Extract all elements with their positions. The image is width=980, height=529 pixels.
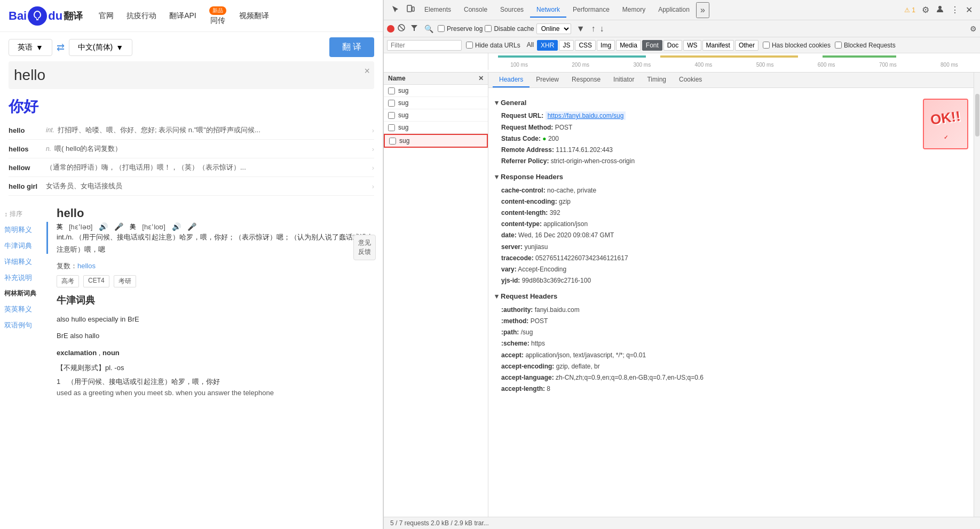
has-blocked-label[interactable]: Has blocked cookies [763, 42, 831, 49]
nav-guanwang[interactable]: 官网 [99, 11, 114, 21]
req-item-2[interactable]: sug [384, 97, 488, 109]
more-tabs-btn[interactable]: » [696, 2, 709, 18]
filter-doc-btn[interactable]: Doc [663, 40, 682, 51]
us-sound-icon[interactable]: 🔊 [172, 222, 181, 231]
detail-tab-preview[interactable]: Preview [529, 73, 565, 87]
sidebar-xiangxi[interactable]: 详细释义 [0, 254, 48, 270]
sidebar-jiaming[interactable]: 简明释义 [0, 222, 48, 238]
detail-tab-timing[interactable]: Timing [641, 73, 673, 87]
has-blocked-checkbox[interactable] [763, 42, 770, 49]
tab-performance[interactable]: Performance [566, 3, 616, 18]
throttle-select[interactable]: Online [536, 23, 571, 34]
target-lang-btn[interactable]: 中文(简体) ▼ [69, 39, 132, 56]
response-headers-title[interactable]: Response Headers [495, 171, 967, 183]
detail-tab-cookies[interactable]: Cookies [673, 73, 708, 87]
req-item-3[interactable]: sug [384, 109, 488, 122]
record-btn[interactable] [387, 25, 394, 33]
en-mic-icon[interactable]: 🎤 [114, 222, 123, 231]
swap-lang-btn[interactable]: ⇄ [57, 42, 65, 53]
export-har-btn[interactable]: ↓ [599, 23, 605, 35]
req-checkbox-5[interactable] [389, 138, 396, 145]
request-url-value[interactable]: https://fanyi.baidu.com/sug [546, 111, 626, 120]
sidebar-kelins[interactable]: 柯林斯词典 [0, 286, 48, 301]
reqh-accept-key: accept: [501, 351, 524, 359]
filter-input[interactable] [387, 40, 462, 51]
detail-tab-initiator[interactable]: Initiator [607, 73, 641, 87]
disable-cache-label[interactable]: Disable cache [485, 25, 534, 33]
throttle-down-arrow[interactable]: ▼ [573, 22, 588, 36]
tab-console[interactable]: Console [457, 3, 494, 18]
tab-memory[interactable]: Memory [616, 3, 652, 18]
filter-manifest-btn[interactable]: Manifest [702, 40, 734, 51]
general-section-title[interactable]: General [495, 97, 967, 109]
filter-img-btn[interactable]: Img [597, 40, 615, 51]
req-checkbox-1[interactable] [388, 87, 395, 94]
sidebar-buchong[interactable]: 补充说明 [0, 270, 48, 286]
hide-data-urls-checkbox[interactable] [466, 42, 473, 49]
translate-button[interactable]: 翻 译 [329, 37, 374, 57]
filter-font-btn[interactable]: Font [642, 40, 662, 51]
filter-js-btn[interactable]: JS [559, 40, 574, 51]
import-har-btn[interactable]: ↑ [590, 23, 597, 35]
sort-item[interactable]: ↕ 排序 [0, 206, 48, 222]
oxford-noun-strong: noun [102, 349, 120, 357]
dict-entry-hellos[interactable]: hellos n. 喂( hello的名词复数） › [9, 140, 374, 158]
filter-css-btn[interactable]: CSS [575, 40, 596, 51]
reqh-accept-language-val: zh-CN,zh;q=0.9,en;q=0.8,en-GB;q=0.7,en-U… [556, 374, 704, 381]
sidebar-niujin1[interactable]: 牛津词典 [0, 238, 48, 254]
req-checkbox-4[interactable] [388, 124, 395, 131]
filter-other-btn[interactable]: Other [735, 40, 758, 51]
filter-ws-btn[interactable]: WS [683, 40, 701, 51]
nav-video[interactable]: 视频翻译 [239, 11, 269, 21]
feedback-section: 意见反馈 [353, 235, 376, 260]
more-options-btn[interactable]: ⋮ [947, 3, 962, 17]
us-mic-icon[interactable]: 🎤 [187, 222, 196, 231]
device-toggle-btn[interactable] [403, 3, 418, 18]
filter-toggle-btn[interactable] [408, 23, 420, 34]
nav-api[interactable]: 翻译API [169, 11, 196, 21]
sidebar-yingying[interactable]: 英英释义 [0, 301, 48, 317]
en-sound-icon[interactable]: 🔊 [99, 222, 108, 231]
sidebar-shuangyu[interactable]: 双语例句 [0, 317, 48, 333]
settings-btn[interactable]: ⚙ [919, 3, 932, 17]
tab-application[interactable]: Application [652, 3, 696, 18]
cursor-tool-btn[interactable] [388, 3, 403, 18]
preserve-log-checkbox[interactable] [438, 25, 445, 32]
hide-data-urls-label[interactable]: Hide data URLs [466, 42, 520, 49]
search-network-btn[interactable]: 🔍 [422, 23, 436, 34]
plural-link[interactable]: hellos [77, 262, 96, 270]
req-checkbox-2[interactable] [388, 100, 395, 107]
req-item-4[interactable]: sug [384, 122, 488, 134]
sort-label: 排序 [10, 210, 22, 219]
nav-tongchuan[interactable]: 同传 [210, 16, 225, 26]
dict-entry-hello[interactable]: hello int. 打招呼、哈喽、喂、你好、您好; 表示问候 n."喂"的招呼… [9, 121, 374, 140]
req-item-5-selected[interactable]: sug [384, 134, 488, 148]
filter-media-btn[interactable]: Media [616, 40, 641, 51]
request-headers-title[interactable]: Request Headers [495, 290, 967, 302]
blocked-requests-label[interactable]: Blocked Requests [835, 42, 896, 49]
scrollbar-thumb[interactable] [975, 94, 979, 137]
nav-kangyi[interactable]: 抗疫行动 [127, 11, 156, 21]
req-item-1[interactable]: sug [384, 85, 488, 97]
profile-btn[interactable] [932, 3, 947, 18]
detail-tab-headers[interactable]: Headers [493, 73, 529, 87]
tab-elements[interactable]: Elements [418, 3, 457, 18]
close-detail-btn[interactable]: ✕ [478, 75, 484, 82]
close-devtools-btn[interactable]: ✕ [962, 3, 976, 17]
dict-entry-hellow[interactable]: hellow （通常的招呼语）嗨，（打电话用）喂！，（英）（表示惊讶）... › [9, 158, 374, 177]
tab-network[interactable]: Network [530, 3, 566, 18]
reqh-accept: accept: application/json, text/javascrip… [501, 350, 967, 360]
source-lang-btn[interactable]: 英语 ▼ [9, 39, 52, 56]
network-settings-btn[interactable]: ⚙ [970, 25, 977, 33]
tab-sources[interactable]: Sources [494, 3, 530, 18]
clear-log-btn[interactable] [397, 23, 406, 34]
feedback-btn[interactable]: 意见反馈 [353, 235, 376, 260]
filter-xhr-btn[interactable]: XHR [537, 40, 558, 51]
req-checkbox-3[interactable] [388, 112, 395, 119]
clear-input-btn[interactable]: × [364, 66, 370, 77]
preserve-log-label[interactable]: Preserve log [438, 25, 483, 33]
disable-cache-checkbox[interactable] [485, 25, 492, 32]
dict-entry-hellogirl[interactable]: hello girl 女话务员、女电话接线员 › [9, 177, 374, 196]
detail-tab-response[interactable]: Response [565, 73, 607, 87]
blocked-requests-checkbox[interactable] [835, 42, 842, 49]
